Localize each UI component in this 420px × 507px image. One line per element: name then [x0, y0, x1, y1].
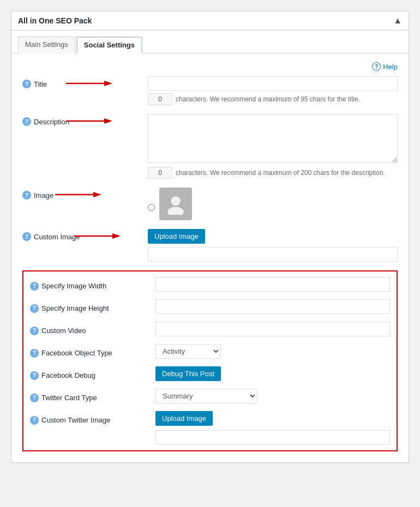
custom-image-label: ? Custom Image	[22, 229, 148, 241]
facebook-object-type-row: ? Facebook Object Type Activity Article …	[30, 344, 390, 359]
custom-image-url-input[interactable]	[148, 247, 398, 262]
svg-point-7	[167, 207, 183, 215]
twitter-card-help-icon[interactable]: ?	[30, 394, 39, 402]
twitter-img-help-icon[interactable]: ?	[30, 416, 39, 425]
description-help-icon[interactable]: ?	[22, 117, 31, 126]
description-arrow	[63, 116, 112, 126]
custom-video-control	[155, 322, 390, 336]
image-width-row: ? Specify Image Width	[30, 277, 390, 292]
image-width-control	[155, 277, 390, 292]
facebook-object-type-select[interactable]: Activity Article Blog Game Product Profi…	[155, 344, 221, 359]
image-help-icon[interactable]: ?	[22, 191, 31, 200]
tab-social-settings[interactable]: Social Settings	[76, 37, 142, 53]
facebook-object-type-control: Activity Article Blog Game Product Profi…	[155, 344, 390, 359]
custom-twitter-image-upload-btn[interactable]: Upload Image	[155, 411, 213, 426]
title-field-row: ? Title characters. We recommend a maxim…	[22, 76, 398, 105]
image-height-control	[155, 299, 390, 314]
image-field-row: ? Image	[22, 188, 398, 220]
help-link[interactable]: ? Help	[372, 62, 398, 71]
title-char-hint: characters. We recommend a maximum of 95…	[176, 95, 360, 103]
custom-image-arrow	[71, 231, 121, 241]
custom-video-input[interactable]	[155, 322, 390, 336]
image-width-input[interactable]	[155, 277, 390, 292]
custom-video-help-icon[interactable]: ?	[30, 327, 39, 335]
description-field-row: ? Description characters. We recommend a…	[22, 114, 398, 179]
facebook-debug-control: Debug This Post	[155, 366, 390, 381]
custom-twitter-image-row: ? Custom Twitter Image Upload Image	[30, 411, 390, 445]
custom-twitter-image-label: ? Custom Twitter Image	[30, 413, 155, 425]
image-width-label: ? Specify Image Width	[30, 279, 155, 291]
description-char-count	[148, 167, 172, 179]
help-row: ? Help	[22, 62, 398, 71]
svg-marker-1	[104, 81, 112, 86]
svg-marker-9	[112, 233, 121, 239]
avatar-icon	[165, 193, 187, 215]
question-circle-icon: ?	[372, 62, 381, 71]
image-section	[148, 188, 398, 220]
custom-video-row: ? Custom Video	[30, 322, 390, 336]
custom-video-label: ? Custom Video	[30, 323, 155, 335]
twitter-card-type-row: ? Twitter Card Type Summary Summary Larg…	[30, 389, 390, 403]
tab-content: ? Help ? Title characters. We recommend …	[11, 53, 409, 462]
facebook-debug-row: ? Facebook Debug Debug This Post	[30, 366, 390, 381]
title-label: ? Title	[22, 76, 148, 88]
custom-image-upload-btn[interactable]: Upload Image	[148, 229, 205, 244]
image-width-help-icon[interactable]: ?	[30, 282, 39, 291]
svg-point-6	[171, 196, 180, 206]
image-label: ? Image	[22, 188, 148, 200]
description-control: characters. We recommend a maximum of 20…	[148, 114, 398, 179]
svg-marker-5	[93, 192, 101, 197]
plugin-header: All in One SEO Pack ▲	[11, 11, 409, 31]
title-char-count	[148, 93, 172, 105]
image-height-input[interactable]	[155, 299, 390, 314]
image-height-row: ? Specify Image Height	[30, 299, 390, 314]
avatar-placeholder	[159, 188, 192, 220]
fb-object-help-icon[interactable]: ?	[30, 349, 39, 358]
tab-bar: Main Settings Social Settings	[11, 31, 409, 53]
description-char-hint: characters. We recommend a maximum of 20…	[176, 169, 385, 177]
image-height-label: ? Specify Image Height	[30, 301, 155, 313]
title-control: characters. We recommend a maximum of 95…	[148, 76, 398, 105]
custom-image-help-icon[interactable]: ?	[22, 232, 31, 241]
image-arrow	[52, 190, 101, 200]
tab-main-settings[interactable]: Main Settings	[18, 37, 75, 53]
title-help-icon[interactable]: ?	[22, 80, 31, 88]
description-label: ? Description	[22, 114, 148, 126]
image-height-help-icon[interactable]: ?	[30, 304, 39, 313]
image-radio[interactable]	[148, 204, 155, 211]
fb-debug-help-icon[interactable]: ?	[30, 371, 39, 380]
twitter-card-type-control: Summary Summary Large Image App Player	[155, 389, 390, 403]
facebook-debug-label: ? Facebook Debug	[30, 368, 155, 380]
twitter-card-type-label: ? Twitter Card Type	[30, 390, 155, 402]
title-input[interactable]	[148, 76, 398, 91]
plugin-title: All in One SEO Pack	[18, 16, 92, 25]
facebook-object-type-label: ? Facebook Object Type	[30, 346, 155, 358]
custom-twitter-image-btn-control: Upload Image	[155, 411, 390, 426]
red-border-section: ? Specify Image Width ? Specify Image He…	[22, 270, 398, 451]
facebook-debug-btn[interactable]: Debug This Post	[155, 366, 221, 381]
collapse-icon[interactable]: ▲	[393, 16, 402, 26]
custom-image-control: Upload Image	[148, 229, 398, 262]
twitter-card-type-select[interactable]: Summary Summary Large Image App Player	[155, 389, 257, 403]
custom-twitter-image-url-input[interactable]	[155, 430, 390, 445]
custom-image-field-row: ? Custom Image Upload Image	[22, 229, 398, 262]
description-input[interactable]	[148, 114, 398, 163]
image-control	[148, 188, 398, 220]
title-arrow	[63, 79, 112, 88]
svg-marker-3	[104, 118, 112, 124]
plugin-container: All in One SEO Pack ▲ Main Settings Soci…	[11, 11, 409, 463]
